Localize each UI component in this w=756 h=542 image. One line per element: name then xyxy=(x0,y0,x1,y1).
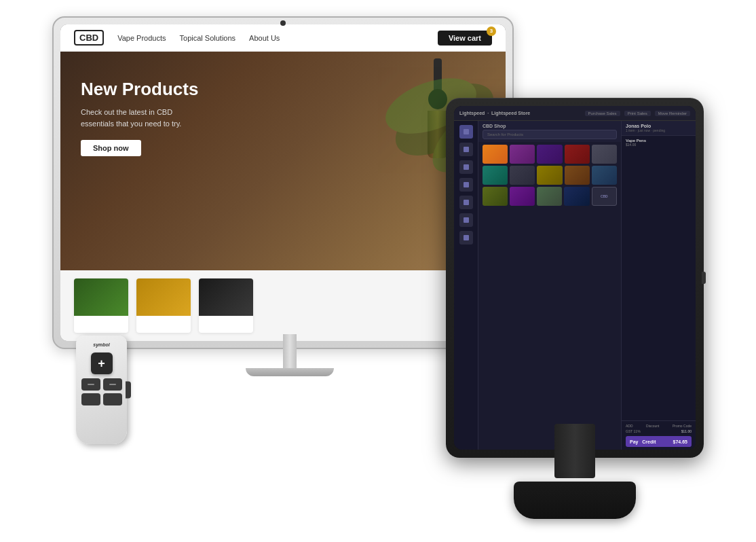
hero-title: New Products xyxy=(81,79,203,100)
pos-sidebar-customers[interactable] xyxy=(459,196,473,209)
stand-neck xyxy=(283,334,297,368)
pos-gst-value: $11.00 xyxy=(681,429,692,433)
pos-cart-footer: ADD Discount Promo Code GST 11% $11.00 xyxy=(622,420,696,450)
product-label-1 xyxy=(74,316,128,319)
settings-icon xyxy=(464,235,469,240)
pos-add-label: ADD xyxy=(626,424,633,428)
pos-cat-tile-10[interactable] xyxy=(592,166,617,185)
pos-sidebar-reports[interactable] xyxy=(459,213,473,227)
monitor-stand xyxy=(246,334,334,376)
pos-discount-label: Discount xyxy=(646,424,659,428)
pos-cat-tile-3[interactable] xyxy=(537,145,562,164)
pos-pay-button[interactable]: Pay Credit $74.65 xyxy=(626,436,692,447)
pos-gst-label: GST 11% xyxy=(626,429,641,433)
site-logo: CBD xyxy=(74,30,104,46)
pos-cart-subtitle: 1 item · just now · pending xyxy=(626,128,692,132)
pos-purchase-sales-btn[interactable]: Purchase Sales xyxy=(585,111,620,116)
pos-sidebar xyxy=(454,121,478,450)
scanner-button-row-2 xyxy=(81,393,122,405)
hero-content: New Products Check out the latest in CBD… xyxy=(81,79,203,156)
pos-cat-row-2 xyxy=(483,166,617,185)
stand-base xyxy=(246,368,334,376)
pos-cart-header: Jonas Polo 1 item · just now · pending xyxy=(622,121,696,136)
pos-cat-tile-9[interactable] xyxy=(565,166,590,185)
pos-cart-customer-name: Jonas Polo xyxy=(626,124,692,128)
pos-shop-title: CBD Shop xyxy=(483,124,617,128)
view-cart-button[interactable]: View cart 3 xyxy=(438,31,492,46)
tablet-mount: Lightspeed · Lightspeed Store Purchase S… xyxy=(446,98,704,458)
site-navbar: CBD Vape Products Topical Solutions Abou… xyxy=(60,24,506,52)
pos-category-grid: CBD xyxy=(478,142,621,211)
product-label-2 xyxy=(136,316,191,319)
pos-search-section: CBD Shop Search for Products xyxy=(478,121,621,142)
product-image-leaf xyxy=(74,278,128,316)
pos-move-reminder-btn[interactable]: Move Reminder xyxy=(655,111,690,116)
product-image-gold xyxy=(136,278,191,316)
pos-cat-row-3: CBD xyxy=(483,187,617,206)
pos-cart-item-1[interactable]: Vape Pens $14.00 xyxy=(626,139,692,147)
pos-sidebar-products[interactable] xyxy=(459,143,473,156)
pos-cat-tile-4[interactable] xyxy=(565,145,590,164)
pos-main-content: CBD Shop Search for Products xyxy=(478,121,621,450)
nav-link-vape[interactable]: Vape Products xyxy=(117,34,166,42)
pos-cat-tile-cbd[interactable]: CBD xyxy=(592,187,617,206)
pos-sidebar-settings[interactable] xyxy=(459,231,473,245)
pos-promo-label: Promo Code xyxy=(673,424,692,428)
hero-subtitle: Check out the latest in CBD essentials t… xyxy=(81,107,203,129)
monitor-camera xyxy=(280,20,286,26)
pos-cat-row-1 xyxy=(483,145,617,164)
pos-print-sales-btn[interactable]: Print Sales xyxy=(624,111,651,116)
tablet-power-button[interactable] xyxy=(702,272,706,284)
product-label-3 xyxy=(199,316,253,319)
pos-pay-label: Pay Credit xyxy=(630,439,656,444)
pos-cat-tile-5[interactable] xyxy=(592,145,617,164)
scanner-button-square-1[interactable] xyxy=(81,393,100,405)
nav-link-topical[interactable]: Topical Solutions xyxy=(180,34,236,42)
scanner-button-row-1 xyxy=(81,378,122,391)
shop-now-button[interactable]: Shop now xyxy=(81,140,141,156)
scanner-plus-icon: + xyxy=(98,357,105,369)
product-card-3[interactable] xyxy=(199,278,253,333)
cart-icon xyxy=(464,164,469,170)
tablet-pos-stand: Lightspeed · Lightspeed Store Purchase S… xyxy=(432,98,717,519)
pos-cat-tile-14[interactable] xyxy=(564,187,589,206)
pos-cat-tile-8[interactable] xyxy=(537,166,562,185)
pos-cat-tile-7[interactable] xyxy=(510,166,535,185)
products-icon xyxy=(464,147,469,152)
pos-cat-tile-11[interactable] xyxy=(483,187,508,206)
pos-cat-tile-2[interactable] xyxy=(510,145,535,164)
tablet-arm xyxy=(554,424,595,478)
cart-badge: 3 xyxy=(487,26,496,36)
scanner-main-button[interactable]: + xyxy=(91,353,113,374)
tablet-base xyxy=(514,482,636,519)
pos-cat-tile-12[interactable] xyxy=(510,187,535,206)
pos-pay-amount: $74.65 xyxy=(673,439,687,444)
tablet-screen-wrapper: Lightspeed · Lightspeed Store Purchase S… xyxy=(454,106,696,450)
site-nav-links: Vape Products Topical Solutions About Us xyxy=(117,34,438,42)
product-image-dark xyxy=(199,278,253,316)
pos-search-input[interactable]: Search for Products xyxy=(483,130,617,139)
pos-search-placeholder: Search for Products xyxy=(487,132,523,137)
pos-cart-panel: Jonas Polo 1 item · just now · pending V… xyxy=(621,121,696,450)
product-card-2[interactable] xyxy=(136,278,191,333)
barcode-scanner: symbol + xyxy=(76,336,127,458)
customers-icon xyxy=(464,200,469,205)
scanner-button-menu[interactable] xyxy=(103,378,122,391)
nav-link-about[interactable]: About Us xyxy=(249,34,280,42)
pos-header-actions: Purchase Sales Print Sales Move Reminder xyxy=(585,111,690,116)
pos-header: Lightspeed · Lightspeed Store Purchase S… xyxy=(454,106,696,121)
pos-cat-tile-13[interactable] xyxy=(537,187,562,206)
pos-cart-add-row: ADD Discount Promo Code xyxy=(626,424,692,428)
scanner-trigger[interactable] xyxy=(126,382,131,399)
scanner-body: symbol + xyxy=(76,336,127,444)
scanner-button-minus[interactable] xyxy=(81,378,100,391)
product-card-1[interactable] xyxy=(74,278,128,333)
scanner-button-square-2[interactable] xyxy=(103,393,122,405)
pos-sidebar-cart[interactable] xyxy=(459,160,473,174)
pos-cat-tile-featured[interactable] xyxy=(483,145,508,164)
minus-icon xyxy=(88,384,94,385)
orders-icon xyxy=(464,182,469,187)
pos-sidebar-home[interactable] xyxy=(459,125,473,139)
pos-sidebar-orders[interactable] xyxy=(459,178,473,192)
pos-cat-tile-6[interactable] xyxy=(483,166,508,185)
